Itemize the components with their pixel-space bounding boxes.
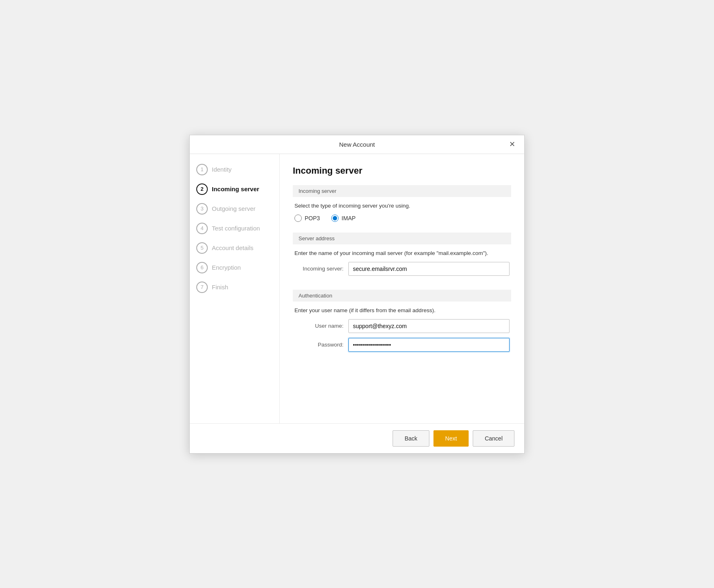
sidebar-item-account-details[interactable]: 5 Account details [196,242,273,254]
incoming-server-input[interactable] [348,262,510,276]
server-address-body: Enter the name of your incoming mail ser… [293,250,511,276]
step-label-5: Account details [212,244,254,251]
step-circle-3: 3 [196,203,208,215]
password-row: Password: [294,338,510,352]
step-label-2: Incoming server [212,186,259,192]
step-circle-5: 5 [196,242,208,254]
sidebar-item-incoming-server[interactable]: 2 Incoming server [196,183,273,195]
authentication-desc: Enter your user name (if it differs from… [294,307,510,313]
authentication-header: Authentication [293,290,511,302]
sidebar-item-test-configuration[interactable]: 4 Test configuration [196,223,273,234]
username-label: User name: [294,323,344,329]
password-input[interactable] [348,338,510,352]
server-type-radio-group: POP3 IMAP [294,215,510,222]
step-label-1: Identity [212,166,231,173]
step-label-7: Finish [212,284,228,291]
sidebar-item-encryption[interactable]: 6 Encryption [196,262,273,273]
step-circle-4: 4 [196,223,208,234]
incoming-server-header: Incoming server [293,185,511,197]
username-row: User name: [294,319,510,333]
incoming-server-body: Select the type of incoming server you'r… [293,203,511,222]
imap-radio-label[interactable]: IMAP [331,215,355,222]
back-button[interactable]: Back [393,430,429,447]
sidebar-item-finish[interactable]: 7 Finish [196,282,273,293]
imap-radio[interactable] [331,215,339,222]
next-button[interactable]: Next [433,430,469,447]
incoming-server-desc: Select the type of incoming server you'r… [294,203,510,209]
pop3-radio-label[interactable]: POP3 [294,215,320,222]
server-address-section: Server address Enter the name of your in… [293,233,511,281]
sidebar-item-outgoing-server[interactable]: 3 Outgoing server [196,203,273,215]
step-label-3: Outgoing server [212,205,256,212]
server-address-header: Server address [293,233,511,244]
main-content: Incoming server Incoming server Select t… [280,154,524,423]
pop3-label: POP3 [305,215,320,221]
cancel-button[interactable]: Cancel [473,430,514,447]
step-label-6: Encryption [212,264,241,271]
pop3-radio[interactable] [294,215,302,222]
imap-label: IMAP [341,215,355,221]
new-account-dialog: New Account ✕ 1 Identity 2 Incoming serv… [189,135,525,454]
server-address-desc: Enter the name of your incoming mail ser… [294,250,510,256]
step-circle-1: 1 [196,164,208,175]
username-input[interactable] [348,319,510,333]
dialog-body: 1 Identity 2 Incoming server 3 Outgoing … [190,154,524,423]
page-title: Incoming server [293,165,511,176]
step-circle-6: 6 [196,262,208,273]
incoming-server-section: Incoming server Select the type of incom… [293,185,511,224]
step-circle-2: 2 [196,183,208,195]
password-label: Password: [294,342,344,348]
authentication-body: Enter your user name (if it differs from… [293,307,511,352]
dialog-footer: Back Next Cancel [190,423,524,453]
authentication-section: Authentication Enter your user name (if … [293,290,511,357]
sidebar: 1 Identity 2 Incoming server 3 Outgoing … [190,154,280,423]
dialog-title: New Account [339,141,375,148]
incoming-server-label: Incoming server: [294,266,344,272]
sidebar-item-identity[interactable]: 1 Identity [196,164,273,175]
step-circle-7: 7 [196,282,208,293]
incoming-server-row: Incoming server: [294,262,510,276]
dialog-header: New Account ✕ [190,135,524,154]
step-label-4: Test configuration [212,225,260,232]
close-button[interactable]: ✕ [507,140,518,149]
